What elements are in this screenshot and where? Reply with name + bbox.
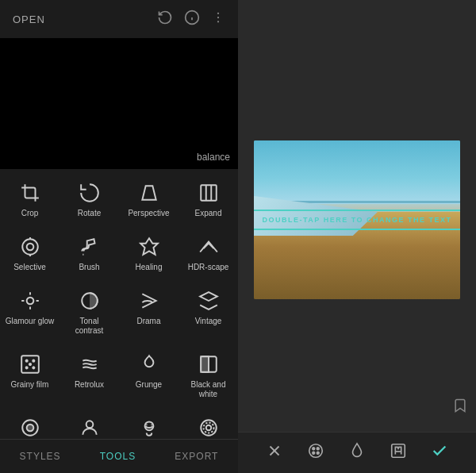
bw-label: Black and white [184,380,233,399]
crop-icon [17,180,43,206]
tool-drama[interactable]: Drama [121,285,177,339]
healing-icon [136,234,162,260]
bookmark-icon[interactable] [452,398,468,417]
svg-rect-47 [392,444,405,458]
noir-icon [17,415,43,439]
tool-healing[interactable]: Healing [121,231,177,275]
vintage-label: Vintage [195,317,222,326]
svg-point-32 [205,425,211,431]
svg-point-20 [33,360,34,362]
photo-text-overlay[interactable]: DOUBLE-TAP HERE TO CHANGE THE TEXT [254,210,460,230]
tool-bw[interactable]: Black and white [181,348,236,402]
palette-button[interactable] [307,442,324,463]
svg-point-12 [26,298,33,305]
svg-point-22 [25,367,27,368]
vintage-icon [196,288,221,313]
tool-row-3: Glamour glow Tonal contrast [0,280,238,344]
headpose-icon [136,415,162,439]
svg-marker-6 [142,186,155,199]
tools-grid: Crop Rotate Perspective [0,169,238,439]
svg-point-42 [309,444,323,458]
bottom-tabs: STYLES TOOLS EXPORT [0,439,238,473]
tool-row-1: Crop Rotate Perspective [0,172,238,226]
tool-grainy[interactable]: Grainy film [2,348,58,402]
bottom-action-bar [238,432,476,473]
hdr-label: HDR-scape [188,263,229,272]
selective-icon [17,234,43,260]
healing-label: Healing [136,263,163,272]
history-icon[interactable] [157,10,173,29]
tool-vintage[interactable]: Vintage [181,285,236,339]
rotate-icon [77,180,102,206]
svg-point-19 [25,360,27,362]
rotate-label: Rotate [78,209,101,218]
tool-noir[interactable]: Noir [2,412,58,439]
svg-point-3 [217,13,219,14]
tool-retrolux[interactable]: Retrolux [62,348,117,402]
image-preview: balance [0,38,238,169]
more-icon[interactable] [211,10,225,28]
brush-icon [77,234,102,260]
tab-export[interactable]: EXPORT [167,448,226,465]
tool-tonal[interactable]: Tonal contrast [62,285,117,339]
tool-portrait[interactable]: Portrait [62,412,117,439]
svg-point-33 [203,423,213,433]
photo-container: DOUBLE-TAP HERE TO CHANGE THE TEXT [254,140,460,299]
cancel-button[interactable] [266,442,283,463]
tool-crop[interactable]: Crop [2,177,58,221]
top-bar-icons [157,10,225,29]
svg-point-44 [317,448,319,450]
crop-label: Crop [21,209,39,218]
drama-label: Drama [136,317,160,326]
opacity-button[interactable] [348,442,366,463]
svg-point-9 [26,244,33,251]
tool-selective[interactable]: Selective [2,231,58,275]
drama-icon [136,288,162,313]
glamour-icon [17,288,43,313]
tool-glamour[interactable]: Glamour glow [2,285,58,339]
selective-label: Selective [13,263,46,272]
retrolux-icon [77,352,102,377]
tool-headpose[interactable]: Head pose [121,412,177,439]
perspective-label: Perspective [128,209,169,218]
grunge-icon [136,352,162,377]
photo-area: DOUBLE-TAP HERE TO CHANGE THE TEXT [238,0,476,432]
tool-brush[interactable]: Brush [62,231,117,275]
brush-label: Brush [79,263,99,272]
svg-point-4 [217,17,219,18]
expand-label: Expand [195,209,222,218]
info-icon[interactable] [184,10,200,29]
grainy-label: Grainy film [11,380,49,390]
svg-point-45 [313,452,315,454]
svg-point-21 [29,363,30,365]
tab-tools[interactable]: TOOLS [92,448,144,465]
svg-point-46 [317,452,319,454]
hdr-icon [196,234,221,260]
confirm-button[interactable] [431,442,448,463]
tool-perspective[interactable]: Perspective [121,177,177,221]
tool-grunge[interactable]: Grunge [121,348,177,402]
svg-point-8 [22,239,38,255]
balance-label: balance [197,152,230,163]
tool-hdr[interactable]: HDR-scape [181,231,236,275]
tool-lensblur[interactable]: Lens Blur [181,412,236,439]
tonal-label: Tonal contrast [65,317,114,336]
top-bar: OPEN [0,0,238,38]
svg-point-23 [33,367,34,368]
lensblur-icon [196,415,221,439]
svg-point-43 [313,448,315,450]
perspective-icon [136,180,162,206]
tool-row-4: Grainy film Retrolux Gru [0,344,238,407]
tool-rotate[interactable]: Rotate [62,177,117,221]
portrait-icon [77,415,102,439]
svg-point-5 [217,21,219,22]
expand-icon [196,180,221,206]
left-panel: OPEN [0,0,238,473]
text-style-button[interactable] [390,442,407,463]
tonal-icon [77,288,102,313]
bw-icon [196,352,221,377]
open-button[interactable]: OPEN [13,13,45,25]
grunge-label: Grunge [136,380,162,390]
tool-expand[interactable]: Expand [181,177,236,221]
tab-styles[interactable]: STYLES [12,448,69,465]
